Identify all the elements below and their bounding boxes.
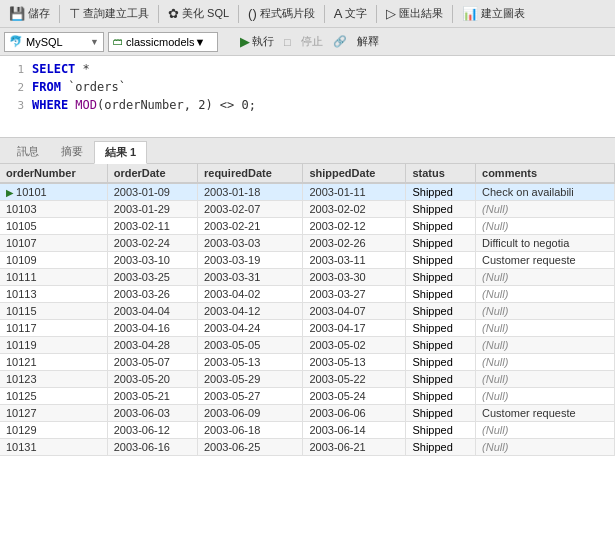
table-body: ▶ 101012003-01-092003-01-182003-01-11Shi… — [0, 183, 615, 456]
col-header-shippeddate: shippedDate — [303, 164, 406, 183]
save-button[interactable]: 💾 儲存 — [4, 4, 55, 23]
table-row[interactable]: ▶ 101012003-01-092003-01-182003-01-11Shi… — [0, 183, 615, 201]
query-builder-icon: ⊤ — [69, 6, 80, 21]
sql-line-1: 1 SELECT * — [0, 60, 615, 78]
sql-line-2: 2 FROM `orders` — [0, 78, 615, 96]
table-row[interactable]: 101172003-04-162003-04-242003-04-17Shipp… — [0, 320, 615, 337]
database-icon: 🗃 — [113, 36, 123, 47]
table-row[interactable]: 101312003-06-162003-06-252003-06-21Shipp… — [0, 439, 615, 456]
connection-selector[interactable]: 🐬 MySQL ▼ — [4, 32, 104, 52]
chart-icon: 📊 — [462, 6, 478, 21]
stop-button[interactable]: 停止 — [295, 33, 329, 50]
table-row[interactable]: 101152003-04-042003-04-122003-04-07Shipp… — [0, 303, 615, 320]
chart-button[interactable]: 📊 建立圖表 — [457, 4, 530, 23]
snippets-icon: () — [248, 6, 257, 21]
toolbar: 💾 儲存 ⊤ 查詢建立工具 ✿ 美化 SQL () 程式碼片段 A 文字 ▷ 匯… — [0, 0, 615, 28]
database-selector[interactable]: 🗃 classicmodels ▼ — [108, 32, 218, 52]
toolbar-separator4 — [324, 5, 325, 23]
query-builder-button[interactable]: ⊤ 查詢建立工具 — [64, 4, 154, 23]
table-row[interactable]: 101112003-03-252003-03-312003-03-30Shipp… — [0, 269, 615, 286]
table-header: orderNumber orderDate requiredDate shipp… — [0, 164, 615, 183]
table-row[interactable]: 101192003-04-282003-05-052003-05-02Shipp… — [0, 337, 615, 354]
play-icon: ▶ — [240, 34, 250, 49]
toolbar-separator6 — [452, 5, 453, 23]
text-icon: A — [334, 6, 343, 21]
results-table: orderNumber orderDate requiredDate shipp… — [0, 164, 615, 456]
toolbar-separator3 — [238, 5, 239, 23]
tab-summary[interactable]: 摘要 — [50, 140, 94, 163]
table-row[interactable]: 101132003-03-262003-04-022003-03-27Shipp… — [0, 286, 615, 303]
run-button[interactable]: ▶ 執行 — [234, 33, 280, 50]
toolbar-separator5 — [376, 5, 377, 23]
sql-line-3: 3 WHERE MOD(orderNumber, 2) <> 0; — [0, 96, 615, 114]
col-header-status: status — [406, 164, 476, 183]
explain-button[interactable]: 解釋 — [351, 33, 385, 50]
sql-editor[interactable]: 1 SELECT * 2 FROM `orders` 3 WHERE MOD(o… — [0, 56, 615, 138]
table-row[interactable]: 101292003-06-122003-06-182003-06-14Shipp… — [0, 422, 615, 439]
table-row[interactable]: 101272003-06-032003-06-092003-06-06Shipp… — [0, 405, 615, 422]
connection-bar: 🐬 MySQL ▼ 🗃 classicmodels ▼ ▶ 執行 □ 停止 🔗 … — [0, 28, 615, 56]
toolbar-separator — [59, 5, 60, 23]
dropdown-arrow2-icon: ▼ — [194, 36, 205, 48]
table-row[interactable]: 101052003-02-112003-02-212003-02-12Shipp… — [0, 218, 615, 235]
table-row[interactable]: 101232003-05-202003-05-292003-05-22Shipp… — [0, 371, 615, 388]
tab-result1[interactable]: 結果 1 — [94, 141, 147, 164]
mysql-icon: 🐬 — [9, 35, 23, 48]
toolbar-separator2 — [158, 5, 159, 23]
table-row[interactable]: 101092003-03-102003-03-192003-03-11Shipp… — [0, 252, 615, 269]
text-button[interactable]: A 文字 — [329, 4, 373, 23]
dropdown-arrow-icon: ▼ — [90, 37, 99, 47]
tab-messages[interactable]: 訊息 — [6, 140, 50, 163]
table-row[interactable]: 101072003-02-242003-03-032003-02-26Shipp… — [0, 235, 615, 252]
col-header-orderdate: orderDate — [107, 164, 197, 183]
beautify-sql-button[interactable]: ✿ 美化 SQL — [163, 4, 234, 23]
col-header-comments: comments — [476, 164, 615, 183]
col-header-ordernumber: orderNumber — [0, 164, 107, 183]
export-button[interactable]: ▷ 匯出結果 — [381, 4, 448, 23]
export-icon: ▷ — [386, 6, 396, 21]
table-row[interactable]: 101032003-01-292003-02-072003-02-02Shipp… — [0, 201, 615, 218]
snippets-button[interactable]: () 程式碼片段 — [243, 4, 320, 23]
table-row[interactable]: 101252003-05-212003-05-272003-05-24Shipp… — [0, 388, 615, 405]
table-row[interactable]: 101212003-05-072003-05-132003-05-13Shipp… — [0, 354, 615, 371]
save-icon: 💾 — [9, 6, 25, 21]
beautify-icon: ✿ — [168, 6, 179, 21]
results-area[interactable]: orderNumber orderDate requiredDate shipp… — [0, 164, 615, 544]
col-header-requireddate: requiredDate — [197, 164, 302, 183]
tab-bar: 訊息 摘要 結果 1 — [0, 138, 615, 164]
